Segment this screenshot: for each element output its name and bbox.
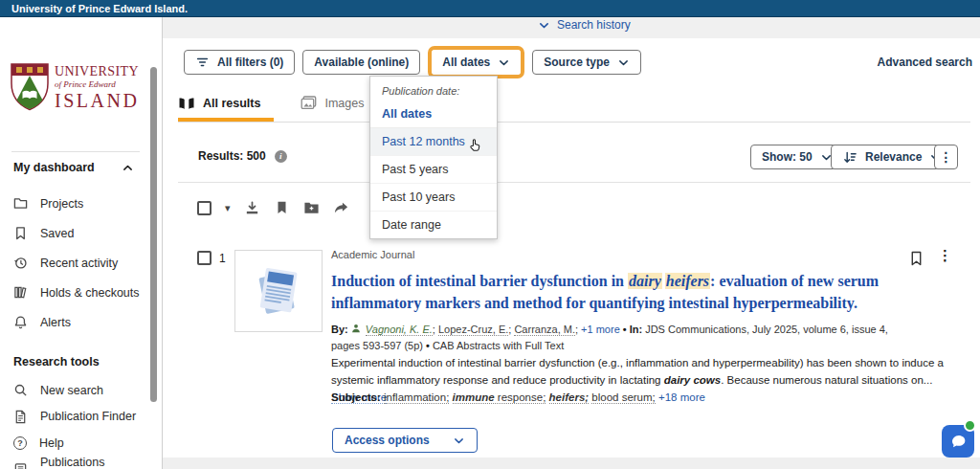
download-icon[interactable]: [244, 200, 260, 215]
search-history-link[interactable]: Search history: [538, 18, 631, 32]
author-link[interactable]: Lopez-Cruz, E.: [438, 324, 508, 336]
advanced-search-link[interactable]: Advanced search: [878, 56, 972, 69]
result-checkbox[interactable]: [197, 251, 212, 265]
option-past-10-years[interactable]: Past 10 years: [370, 184, 497, 212]
add-to-project-icon[interactable]: [303, 200, 320, 215]
highlighted-term: heifers: [665, 273, 710, 289]
sidebar-item-help[interactable]: ? Help: [13, 430, 147, 457]
history-icon: [13, 256, 28, 270]
more-options-button[interactable]: ⋮: [934, 145, 958, 169]
subject-link[interactable]: heifers;: [549, 391, 590, 404]
bookmark-icon: [13, 226, 28, 240]
chevron-down-icon: [617, 56, 630, 69]
results-count: Results: 500 i: [198, 149, 287, 163]
search-icon: [13, 383, 28, 397]
sidebar-item-new-search[interactable]: New search: [13, 377, 147, 404]
subject-link[interactable]: blood serum;: [591, 391, 655, 404]
more-subjects-link[interactable]: +18 more: [658, 391, 705, 403]
highlighted-term: dairy: [628, 273, 662, 289]
bookmark-result-icon[interactable]: [909, 250, 924, 267]
filter-icon: [195, 56, 210, 69]
institution-name: University of Prince Edward Island.: [11, 3, 188, 14]
sidebar-item-publications-authority[interactable]: Publications authority: [13, 457, 147, 469]
upei-crest-icon: [11, 63, 49, 111]
upei-wordmark: UNIVERSITY of Prince Edward ISLAND: [55, 65, 139, 110]
subject-link[interactable]: inflammation;: [384, 391, 449, 404]
upei-logo: UNIVERSITY of Prince Edward ISLAND: [11, 63, 139, 111]
result-more-options-icon[interactable]: ⋮: [938, 247, 952, 264]
result-type-label: Academic Journal: [331, 249, 414, 260]
select-all-checkbox[interactable]: [197, 201, 212, 215]
results-divider: [178, 182, 970, 183]
all-dates-highlight-ring: All dates: [428, 46, 524, 78]
chevron-up-icon: [122, 162, 134, 174]
access-options-button[interactable]: Access options: [332, 428, 478, 453]
help-icon: ?: [13, 436, 27, 450]
subject-link[interactable]: immune response;: [453, 391, 546, 404]
chat-bubble-icon: [949, 433, 968, 451]
bulk-actions-toolbar: ▾: [197, 197, 363, 218]
hand-cursor-icon: [468, 138, 482, 152]
tab-images[interactable]: Images: [301, 93, 364, 122]
article-thumbnail-icon: [248, 260, 309, 322]
sort-icon: [842, 150, 858, 165]
images-icon: [301, 96, 317, 110]
info-icon[interactable]: i: [275, 150, 287, 163]
sidebar-item-publication-finder[interactable]: Publication Finder: [13, 404, 147, 431]
result-number: 1: [219, 252, 226, 265]
result-thumbnail[interactable]: [234, 250, 323, 332]
select-caret-icon[interactable]: ▾: [225, 203, 231, 213]
sidebar-item-saved[interactable]: Saved: [13, 218, 147, 248]
library-icon: [13, 285, 28, 300]
option-past-12-months[interactable]: Past 12 months: [370, 128, 497, 156]
author-link[interactable]: Vagnoni, K. E.: [366, 324, 433, 336]
source-type-button[interactable]: Source type: [532, 50, 641, 75]
option-all-dates[interactable]: All dates: [370, 100, 497, 128]
sidebar-item-recent-activity[interactable]: Recent activity: [13, 248, 147, 278]
result-byline: By: Vagnoni, K. E.; Lopez-Cruz, E.; Carr…: [331, 322, 911, 353]
all-filters-button[interactable]: All filters (0): [184, 50, 295, 75]
chat-status-dot: [964, 419, 976, 432]
all-dates-button[interactable]: All dates: [432, 50, 521, 75]
result-title-link[interactable]: Induction of intestinal barrier dysfunct…: [331, 271, 911, 314]
tab-all-results[interactable]: All results: [178, 93, 274, 122]
publication-date-dropdown: Publication date: All dates Past 12 mont…: [369, 76, 498, 239]
result-subjects: Subjects: inflammation; immune response;…: [331, 391, 944, 403]
bell-icon: [13, 315, 28, 329]
option-date-range[interactable]: Date range: [370, 212, 497, 238]
folder-icon: [13, 196, 28, 211]
option-past-5-years[interactable]: Past 5 years: [370, 156, 497, 184]
my-dashboard-header[interactable]: My dashboard: [13, 161, 134, 174]
database-label: CAB Abstracts with Full Text: [433, 340, 564, 351]
dropdown-header: Publication date:: [370, 77, 497, 100]
results-tabs: All results Images: [178, 93, 970, 123]
save-bookmark-icon[interactable]: [274, 200, 290, 215]
more-authors-link[interactable]: +1 more: [581, 324, 620, 335]
institution-banner: University of Prince Edward Island.: [0, 0, 980, 17]
sidebar-scrollbar[interactable]: [150, 67, 157, 402]
chevron-down-icon: [498, 56, 510, 69]
research-tools-header: Research tools: [13, 355, 134, 368]
sidebar-item-projects[interactable]: Projects: [13, 189, 147, 218]
share-icon[interactable]: [333, 200, 349, 215]
chevron-down-icon: [538, 19, 550, 32]
available-online-button[interactable]: Available (online): [302, 50, 420, 75]
chevron-down-icon: [453, 435, 465, 447]
sidebar-item-holds-checkouts[interactable]: Holds & checkouts: [13, 278, 147, 307]
sidebar: UNIVERSITY of Prince Edward ISLAND My da…: [0, 17, 163, 469]
author-profile-icon: [351, 324, 361, 333]
sidebar-item-alerts[interactable]: Alerts: [13, 307, 147, 337]
open-book-icon: [178, 97, 195, 110]
author-link[interactable]: Carranza, M.: [514, 324, 575, 336]
document-icon: [13, 410, 28, 424]
sidebar-divider: [11, 151, 140, 152]
filter-bar: All filters (0) Available (online) All d…: [184, 46, 641, 78]
book-icon: [13, 462, 28, 469]
screen: University of Prince Edward Island. UNIV…: [0, 0, 980, 469]
